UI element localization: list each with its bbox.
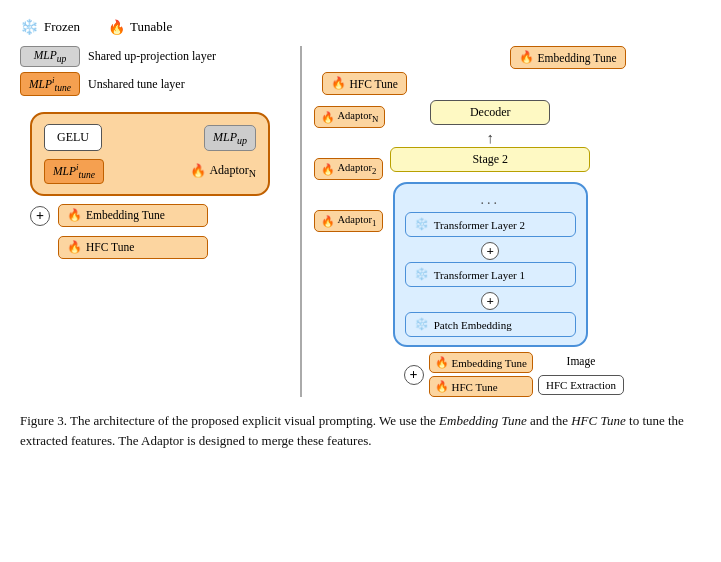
hfc-tune-top-label: HFC Tune (350, 78, 398, 90)
fire-adaptor-2: 🔥 (321, 163, 335, 176)
dots-row: ... (405, 192, 576, 208)
adaptor-2-btn: 🔥 Adaptor2 (314, 158, 384, 180)
snow-t1: ❄️ (414, 267, 429, 282)
plus-bottom: + (404, 365, 424, 385)
adaptor-1-btn: 🔥 Adaptor1 (314, 210, 384, 232)
snow-pe: ❄️ (414, 317, 429, 332)
fire-adaptor-1: 🔥 (321, 215, 335, 228)
frozen-label: Frozen (44, 19, 80, 35)
fire-embed-top: 🔥 (519, 50, 534, 65)
embed-tune-bottom: 🔥 Embedding Tune (429, 352, 533, 373)
hfc-extract-box: HFC Extraction (538, 375, 624, 395)
right-bottom-section: + 🔥 Embedding Tune 🔥 HFC Tune Image HFC … (404, 352, 624, 397)
hfc-tune-left: 🔥 HFC Tune (58, 236, 208, 259)
image-label: Image (567, 355, 596, 367)
caption-text: Figure 3. The architecture of the propos… (20, 413, 684, 448)
adaptor-n-btn: 🔥 AdaptorN (314, 106, 386, 128)
decoder-box: Decoder (430, 100, 550, 125)
hfc-tune-bottom: 🔥 HFC Tune (429, 376, 533, 397)
transformer2-box: ❄️ Transformer Layer 2 (405, 212, 576, 237)
hfc-tune-left-label: HFC Tune (86, 241, 134, 253)
image-hfc-col: Image HFC Extraction (538, 355, 624, 395)
embedding-tune-left: 🔥 Embedding Tune (58, 204, 208, 227)
mlp-tune-box: MLPitune (20, 72, 80, 96)
snowflake-icon: ❄️ (20, 18, 39, 36)
mlp-up-inner-box: MLPup (204, 125, 256, 151)
orange-bottom-row: MLPitune 🔥 AdaptorN (44, 159, 256, 183)
mlp-tune-inner-box: MLPitune (44, 159, 104, 183)
right-top-area: 🔥 Embedding Tune 🔥 HFC Tune (314, 46, 634, 98)
blue-box: ... ❄️ Transformer Layer 2 + (393, 182, 588, 347)
right-embed-hfc-col: 🔥 Embedding Tune 🔥 HFC Tune (429, 352, 533, 397)
embed-tune-top-label: Embedding Tune (538, 52, 617, 64)
tunable-label: Tunable (130, 19, 172, 35)
main-diagram-area: 🔥 AdaptorN 🔥 Adaptor2 🔥 Adaptor1 (314, 100, 591, 347)
gelu-box: GELU (44, 124, 102, 151)
mlp-up-desc: Shared up-projection layer (88, 49, 216, 64)
left-panel: MLPup Shared up-projection layer MLPitun… (20, 46, 288, 264)
center-col: Decoder ↑ Stage 2 ... (390, 100, 590, 347)
adaptor-col: 🔥 AdaptorN 🔥 Adaptor2 🔥 Adaptor1 (314, 100, 386, 250)
dots-label: ... (481, 192, 501, 207)
patch-embed-box: ❄️ Patch Embedding (405, 312, 576, 337)
right-panel: 🔥 Embedding Tune 🔥 HFC Tune 🔥 AdaptorN (314, 46, 634, 397)
rp-embed-tune-top: 🔥 Embedding Tune (510, 46, 626, 69)
stage2-box: Stage 2 (390, 147, 590, 172)
plus-left: + (30, 206, 50, 226)
caption: Figure 3. The architecture of the propos… (20, 411, 700, 451)
fire-adaptor-icon: 🔥 (190, 163, 206, 179)
plus-between-t2-t1: + (405, 242, 576, 260)
plus-between-t1-pe: + (405, 292, 576, 310)
legend-row: ❄️ Frozen 🔥 Tunable (20, 18, 701, 36)
mlp-tune-desc: Unshared tune layer (88, 77, 185, 92)
embedding-tune-left-label: Embedding Tune (86, 209, 165, 221)
orange-main-box: GELU MLPup MLPitune 🔥 AdaptorN (30, 112, 270, 195)
decoder-label: Decoder (470, 105, 511, 119)
transformer1-box: ❄️ Transformer Layer 1 (405, 262, 576, 287)
fire-embed-left: 🔥 (67, 208, 82, 223)
left-tune-col: 🔥 Embedding Tune 🔥 HFC Tune (58, 204, 208, 264)
diagram-container: ❄️ Frozen 🔥 Tunable MLPup Shared up-proj… (20, 18, 701, 451)
frozen-legend: ❄️ Frozen (20, 18, 80, 36)
fire-embed-bot: 🔥 (435, 356, 449, 369)
fire-hfc-top: 🔥 (331, 76, 346, 91)
hfc-tune-bot-label: HFC Tune (452, 381, 498, 393)
arrow-up-decoder: ↑ (487, 129, 495, 147)
fire-hfc-left: 🔥 (67, 240, 82, 255)
rp-hfc-tune-top: 🔥 HFC Tune (322, 72, 407, 95)
vertical-divider (300, 46, 302, 397)
stage2-label: Stage 2 (472, 152, 508, 166)
mlp-up-legend: MLPup Shared up-projection layer (20, 46, 288, 67)
fire-adaptor-n: 🔥 (321, 111, 335, 124)
mlp-up-box: MLPup (20, 46, 80, 67)
fire-hfc-bot: 🔥 (435, 380, 449, 393)
snow-t2: ❄️ (414, 217, 429, 232)
main-area: MLPup Shared up-projection layer MLPitun… (20, 46, 701, 397)
patch-embed-label: Patch Embedding (434, 319, 512, 331)
embed-tune-bot-label: Embedding Tune (452, 357, 527, 369)
orange-top-row: GELU MLPup (44, 124, 256, 151)
left-bottom-area: + 🔥 Embedding Tune 🔥 HFC Tune (30, 204, 288, 264)
mlp-tune-legend: MLPitune Unshared tune layer (20, 72, 288, 96)
tunable-legend: 🔥 Tunable (108, 19, 172, 36)
hfc-extract-label: HFC Extraction (546, 379, 616, 391)
transformer1-label: Transformer Layer 1 (434, 269, 525, 281)
fire-icon: 🔥 (108, 19, 125, 36)
transformer2-label: Transformer Layer 2 (434, 219, 525, 231)
adaptor-n-inner: 🔥 AdaptorN (190, 163, 256, 179)
